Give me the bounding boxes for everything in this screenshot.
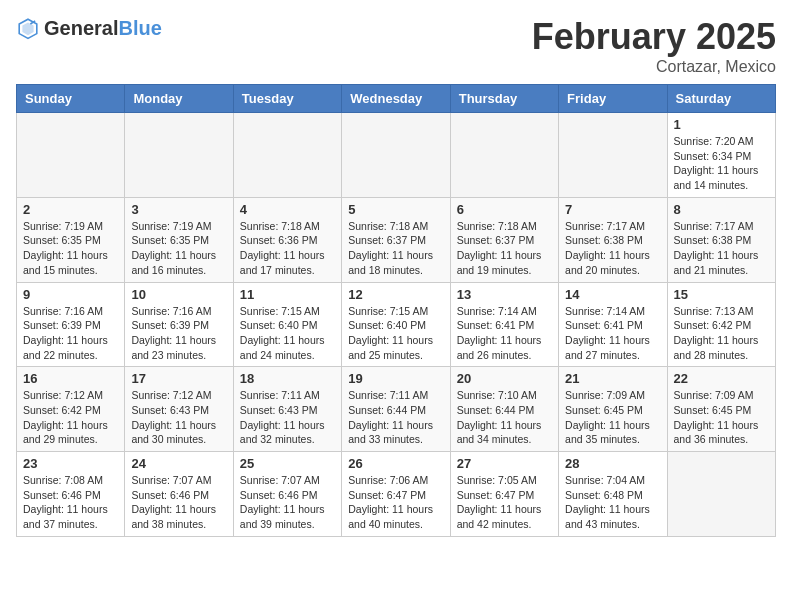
logo-text: GeneralBlue — [44, 17, 162, 40]
day-info: Sunrise: 7:11 AM Sunset: 6:44 PM Dayligh… — [348, 388, 443, 447]
calendar-cell — [125, 113, 233, 198]
day-info: Sunrise: 7:09 AM Sunset: 6:45 PM Dayligh… — [565, 388, 660, 447]
logo: GeneralBlue — [16, 16, 162, 40]
weekday-header-row: SundayMondayTuesdayWednesdayThursdayFrid… — [17, 85, 776, 113]
day-number: 23 — [23, 456, 118, 471]
title-area: February 2025 Cortazar, Mexico — [532, 16, 776, 76]
day-info: Sunrise: 7:13 AM Sunset: 6:42 PM Dayligh… — [674, 304, 769, 363]
calendar-cell: 24Sunrise: 7:07 AM Sunset: 6:46 PM Dayli… — [125, 452, 233, 537]
day-number: 24 — [131, 456, 226, 471]
calendar-cell: 4Sunrise: 7:18 AM Sunset: 6:36 PM Daylig… — [233, 197, 341, 282]
calendar-table: SundayMondayTuesdayWednesdayThursdayFrid… — [16, 84, 776, 537]
page-header: GeneralBlue February 2025 Cortazar, Mexi… — [16, 16, 776, 76]
day-number: 19 — [348, 371, 443, 386]
day-info: Sunrise: 7:20 AM Sunset: 6:34 PM Dayligh… — [674, 134, 769, 193]
day-number: 11 — [240, 287, 335, 302]
day-info: Sunrise: 7:07 AM Sunset: 6:46 PM Dayligh… — [240, 473, 335, 532]
day-number: 7 — [565, 202, 660, 217]
calendar-cell: 16Sunrise: 7:12 AM Sunset: 6:42 PM Dayli… — [17, 367, 125, 452]
day-number: 18 — [240, 371, 335, 386]
weekday-header-friday: Friday — [559, 85, 667, 113]
calendar-cell: 28Sunrise: 7:04 AM Sunset: 6:48 PM Dayli… — [559, 452, 667, 537]
day-info: Sunrise: 7:07 AM Sunset: 6:46 PM Dayligh… — [131, 473, 226, 532]
logo-icon — [16, 16, 40, 40]
calendar-cell: 27Sunrise: 7:05 AM Sunset: 6:47 PM Dayli… — [450, 452, 558, 537]
day-info: Sunrise: 7:17 AM Sunset: 6:38 PM Dayligh… — [565, 219, 660, 278]
day-number: 20 — [457, 371, 552, 386]
day-number: 25 — [240, 456, 335, 471]
day-info: Sunrise: 7:08 AM Sunset: 6:46 PM Dayligh… — [23, 473, 118, 532]
calendar-cell: 25Sunrise: 7:07 AM Sunset: 6:46 PM Dayli… — [233, 452, 341, 537]
month-title: February 2025 — [532, 16, 776, 58]
calendar-cell: 10Sunrise: 7:16 AM Sunset: 6:39 PM Dayli… — [125, 282, 233, 367]
day-number: 14 — [565, 287, 660, 302]
weekday-header-tuesday: Tuesday — [233, 85, 341, 113]
day-info: Sunrise: 7:18 AM Sunset: 6:37 PM Dayligh… — [348, 219, 443, 278]
day-number: 12 — [348, 287, 443, 302]
calendar-cell: 8Sunrise: 7:17 AM Sunset: 6:38 PM Daylig… — [667, 197, 775, 282]
calendar-cell — [342, 113, 450, 198]
calendar-cell: 23Sunrise: 7:08 AM Sunset: 6:46 PM Dayli… — [17, 452, 125, 537]
weekday-header-monday: Monday — [125, 85, 233, 113]
calendar-cell: 15Sunrise: 7:13 AM Sunset: 6:42 PM Dayli… — [667, 282, 775, 367]
day-info: Sunrise: 7:19 AM Sunset: 6:35 PM Dayligh… — [131, 219, 226, 278]
day-info: Sunrise: 7:17 AM Sunset: 6:38 PM Dayligh… — [674, 219, 769, 278]
weekday-header-thursday: Thursday — [450, 85, 558, 113]
day-number: 27 — [457, 456, 552, 471]
calendar-week-row: 23Sunrise: 7:08 AM Sunset: 6:46 PM Dayli… — [17, 452, 776, 537]
day-number: 17 — [131, 371, 226, 386]
day-info: Sunrise: 7:11 AM Sunset: 6:43 PM Dayligh… — [240, 388, 335, 447]
weekday-header-sunday: Sunday — [17, 85, 125, 113]
day-number: 26 — [348, 456, 443, 471]
day-info: Sunrise: 7:15 AM Sunset: 6:40 PM Dayligh… — [240, 304, 335, 363]
calendar-cell: 9Sunrise: 7:16 AM Sunset: 6:39 PM Daylig… — [17, 282, 125, 367]
calendar-cell: 17Sunrise: 7:12 AM Sunset: 6:43 PM Dayli… — [125, 367, 233, 452]
day-info: Sunrise: 7:16 AM Sunset: 6:39 PM Dayligh… — [131, 304, 226, 363]
calendar-cell: 22Sunrise: 7:09 AM Sunset: 6:45 PM Dayli… — [667, 367, 775, 452]
calendar-cell: 13Sunrise: 7:14 AM Sunset: 6:41 PM Dayli… — [450, 282, 558, 367]
day-info: Sunrise: 7:18 AM Sunset: 6:37 PM Dayligh… — [457, 219, 552, 278]
day-number: 4 — [240, 202, 335, 217]
svg-marker-1 — [22, 22, 33, 35]
calendar-cell: 6Sunrise: 7:18 AM Sunset: 6:37 PM Daylig… — [450, 197, 558, 282]
day-info: Sunrise: 7:14 AM Sunset: 6:41 PM Dayligh… — [457, 304, 552, 363]
calendar-week-row: 16Sunrise: 7:12 AM Sunset: 6:42 PM Dayli… — [17, 367, 776, 452]
weekday-header-wednesday: Wednesday — [342, 85, 450, 113]
calendar-cell: 1Sunrise: 7:20 AM Sunset: 6:34 PM Daylig… — [667, 113, 775, 198]
day-info: Sunrise: 7:18 AM Sunset: 6:36 PM Dayligh… — [240, 219, 335, 278]
day-info: Sunrise: 7:06 AM Sunset: 6:47 PM Dayligh… — [348, 473, 443, 532]
calendar-cell: 18Sunrise: 7:11 AM Sunset: 6:43 PM Dayli… — [233, 367, 341, 452]
calendar-cell: 3Sunrise: 7:19 AM Sunset: 6:35 PM Daylig… — [125, 197, 233, 282]
calendar-cell: 2Sunrise: 7:19 AM Sunset: 6:35 PM Daylig… — [17, 197, 125, 282]
day-info: Sunrise: 7:04 AM Sunset: 6:48 PM Dayligh… — [565, 473, 660, 532]
calendar-cell: 20Sunrise: 7:10 AM Sunset: 6:44 PM Dayli… — [450, 367, 558, 452]
day-number: 3 — [131, 202, 226, 217]
day-number: 21 — [565, 371, 660, 386]
day-info: Sunrise: 7:05 AM Sunset: 6:47 PM Dayligh… — [457, 473, 552, 532]
day-number: 6 — [457, 202, 552, 217]
calendar-cell: 26Sunrise: 7:06 AM Sunset: 6:47 PM Dayli… — [342, 452, 450, 537]
day-info: Sunrise: 7:19 AM Sunset: 6:35 PM Dayligh… — [23, 219, 118, 278]
calendar-week-row: 9Sunrise: 7:16 AM Sunset: 6:39 PM Daylig… — [17, 282, 776, 367]
day-info: Sunrise: 7:10 AM Sunset: 6:44 PM Dayligh… — [457, 388, 552, 447]
day-info: Sunrise: 7:16 AM Sunset: 6:39 PM Dayligh… — [23, 304, 118, 363]
day-info: Sunrise: 7:12 AM Sunset: 6:42 PM Dayligh… — [23, 388, 118, 447]
calendar-cell: 12Sunrise: 7:15 AM Sunset: 6:40 PM Dayli… — [342, 282, 450, 367]
day-number: 2 — [23, 202, 118, 217]
day-number: 1 — [674, 117, 769, 132]
calendar-cell — [233, 113, 341, 198]
day-info: Sunrise: 7:09 AM Sunset: 6:45 PM Dayligh… — [674, 388, 769, 447]
calendar-cell: 7Sunrise: 7:17 AM Sunset: 6:38 PM Daylig… — [559, 197, 667, 282]
calendar-cell — [559, 113, 667, 198]
weekday-header-saturday: Saturday — [667, 85, 775, 113]
day-number: 9 — [23, 287, 118, 302]
day-number: 13 — [457, 287, 552, 302]
calendar-week-row: 2Sunrise: 7:19 AM Sunset: 6:35 PM Daylig… — [17, 197, 776, 282]
calendar-cell: 14Sunrise: 7:14 AM Sunset: 6:41 PM Dayli… — [559, 282, 667, 367]
day-info: Sunrise: 7:12 AM Sunset: 6:43 PM Dayligh… — [131, 388, 226, 447]
calendar-cell — [667, 452, 775, 537]
calendar-cell: 11Sunrise: 7:15 AM Sunset: 6:40 PM Dayli… — [233, 282, 341, 367]
day-number: 8 — [674, 202, 769, 217]
day-number: 10 — [131, 287, 226, 302]
day-number: 15 — [674, 287, 769, 302]
